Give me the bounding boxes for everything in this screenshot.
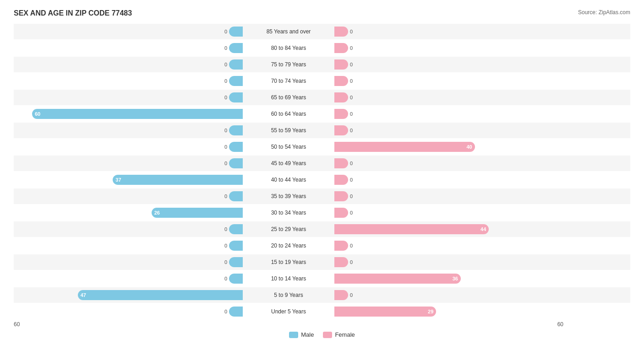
female-bar: 29 <box>334 307 436 317</box>
legend: Male Female <box>14 331 630 338</box>
chart-row: 075 to 79 Years0 <box>14 57 630 72</box>
male-bar <box>229 76 243 86</box>
male-bar-area: 0 <box>14 271 243 286</box>
male-bar <box>229 43 243 53</box>
female-zero-label: 0 <box>350 29 353 34</box>
female-bar-area: 0 <box>334 40 563 56</box>
male-bar: 47 <box>78 290 243 300</box>
female-bar-area: 29 <box>334 304 563 319</box>
male-bar-area: 0 <box>14 123 243 138</box>
female-bar <box>334 109 348 119</box>
chart-row: 080 to 84 Years0 <box>14 40 630 56</box>
female-zero-label: 0 <box>350 259 353 265</box>
female-bar-area: 0 <box>334 172 563 188</box>
male-bar <box>229 274 243 284</box>
chart-row: 3740 to 44 Years0 <box>14 172 630 188</box>
female-bar-area: 0 <box>334 205 563 221</box>
source-text: Source: ZipAtlas.com <box>578 9 630 16</box>
age-group-label: 60 to 64 Years <box>243 111 334 117</box>
age-group-label: 45 to 49 Years <box>243 160 334 167</box>
male-bar <box>229 59 243 70</box>
chart-container: 085 Years and over0080 to 84 Years0075 t… <box>14 24 630 319</box>
male-zero-label: 0 <box>224 95 227 100</box>
age-group-label: 70 to 74 Years <box>243 78 334 84</box>
age-group-label: 75 to 79 Years <box>243 61 334 68</box>
legend-female-label: Female <box>335 331 355 338</box>
legend-male-box <box>289 332 298 338</box>
chart-row: 0Under 5 Years29 <box>14 304 630 319</box>
age-group-label: 15 to 19 Years <box>243 259 334 265</box>
axis-right-label: 60 <box>557 321 563 328</box>
female-zero-label: 0 <box>350 45 353 51</box>
female-bar: 36 <box>334 274 461 284</box>
age-group-label: 85 Years and over <box>243 28 334 35</box>
female-bar-area: 0 <box>334 254 563 270</box>
age-group-label: 50 to 54 Years <box>243 144 334 150</box>
female-bar-label: 40 <box>466 144 472 150</box>
female-bar <box>334 191 348 201</box>
female-bar-area: 0 <box>334 123 563 138</box>
chart-row: 025 to 29 Years44 <box>14 221 630 237</box>
female-bar <box>334 92 348 102</box>
female-bar-label: 44 <box>480 226 486 232</box>
legend-male-label: Male <box>301 331 314 338</box>
male-bar <box>229 224 243 234</box>
male-bar-area: 60 <box>14 106 243 122</box>
male-zero-label: 0 <box>224 78 227 84</box>
male-bar-area: 0 <box>14 40 243 56</box>
female-zero-label: 0 <box>350 243 353 248</box>
female-zero-label: 0 <box>350 292 353 298</box>
male-bar <box>229 92 243 102</box>
age-group-label: 55 to 59 Years <box>243 127 334 134</box>
male-bar-area: 0 <box>14 304 243 319</box>
legend-male: Male <box>289 331 314 338</box>
male-bar-label: 60 <box>35 111 40 117</box>
male-bar <box>229 142 243 152</box>
female-bar <box>334 257 348 267</box>
chart-row: 050 to 54 Years40 <box>14 139 630 155</box>
male-bar-area: 0 <box>14 238 243 253</box>
chart-row: 055 to 59 Years0 <box>14 123 630 138</box>
female-bar-area: 36 <box>334 271 563 286</box>
chart-row: 070 to 74 Years0 <box>14 73 630 89</box>
legend-female-box <box>323 332 332 338</box>
male-bar <box>229 125 243 135</box>
female-zero-label: 0 <box>350 161 353 166</box>
female-bar-area: 0 <box>334 188 563 204</box>
chart-row: 035 to 39 Years0 <box>14 188 630 204</box>
age-group-label: 80 to 84 Years <box>243 45 334 51</box>
male-bar <box>229 27 243 37</box>
age-group-label: 40 to 44 Years <box>243 177 334 183</box>
age-group-label: 5 to 9 Years <box>243 292 334 298</box>
female-bar-label: 36 <box>453 276 458 281</box>
male-bar-area: 0 <box>14 73 243 89</box>
age-group-label: 20 to 24 Years <box>243 242 334 249</box>
male-bar: 60 <box>32 109 243 119</box>
female-bar-area: 0 <box>334 238 563 253</box>
male-bar-area: 0 <box>14 57 243 72</box>
female-bar <box>334 158 348 168</box>
female-zero-label: 0 <box>350 194 353 199</box>
male-zero-label: 0 <box>224 45 227 51</box>
female-zero-label: 0 <box>350 111 353 117</box>
female-zero-label: 0 <box>350 78 353 84</box>
age-group-label: 25 to 29 Years <box>243 226 334 232</box>
male-bar <box>229 307 243 317</box>
male-bar-area: 0 <box>14 156 243 171</box>
female-bar-area: 0 <box>334 106 563 122</box>
female-bar-label: 29 <box>428 309 433 314</box>
male-bar-area: 0 <box>14 188 243 204</box>
female-bar-area: 0 <box>334 24 563 39</box>
male-bar <box>229 191 243 201</box>
male-bar-label: 47 <box>81 292 86 298</box>
female-bar-area: 44 <box>334 221 563 237</box>
female-bar <box>334 43 348 53</box>
female-bar <box>334 290 348 300</box>
legend-female: Female <box>323 331 355 338</box>
chart-row: 6060 to 64 Years0 <box>14 106 630 122</box>
chart-row: 065 to 69 Years0 <box>14 90 630 105</box>
female-zero-label: 0 <box>350 177 353 183</box>
male-bar-label: 37 <box>115 177 121 183</box>
female-bar <box>334 27 348 37</box>
male-zero-label: 0 <box>224 144 227 150</box>
